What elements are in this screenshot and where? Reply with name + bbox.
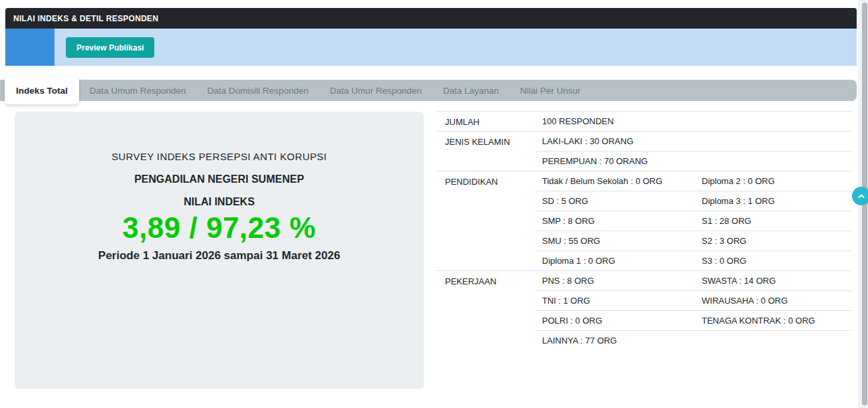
index-label: NILAI INDEKS <box>15 196 424 208</box>
row-value: LAINNYA : 77 ORG <box>535 331 695 351</box>
row-label: PEKERJAAN <box>436 271 535 351</box>
row-value: SWASTA : 14 ORG <box>695 271 851 291</box>
chevron-up-icon <box>857 191 866 201</box>
table-row: PENDIDIKAN Tidak / Belum Sekolah : 0 ORG… <box>436 171 851 191</box>
survey-period: Periode 1 Januari 2026 sampai 31 Maret 2… <box>15 249 424 262</box>
tab-data-umur-responden[interactable]: Data Umur Responden <box>319 80 432 101</box>
page-title: NILAI INDEKS & DETIL RESPONDEN <box>13 14 158 23</box>
row-value: PEREMPUAN : 70 ORANG <box>535 152 695 171</box>
tab-nilai-per-unsur[interactable]: Nilai Per Unsur <box>509 80 591 101</box>
row-value: SD : 5 ORG <box>535 191 695 211</box>
tab-data-umum-responden[interactable]: Data Umum Responden <box>79 80 197 101</box>
page-title-bar: NILAI INDEKS & DETIL RESPONDEN <box>5 8 857 29</box>
preview-publikasi-button[interactable]: Preview Publikasi <box>66 37 154 58</box>
respondents-table: JUMLAH 100 RESPONDEN JENIS KELAMIN LAKI-… <box>436 111 851 351</box>
row-value: WIRAUSAHA : 0 ORG <box>695 291 851 311</box>
tab-indeks-total[interactable]: Indeks Total <box>5 76 79 104</box>
table-row: JENIS KELAMIN LAKI-LAKI : 30 ORANG <box>436 132 851 152</box>
row-value: S3 : 0 ORG <box>695 251 851 271</box>
row-value: Diploma 2 : 0 ORG <box>695 171 851 191</box>
row-value: S1 : 28 ORG <box>695 211 851 231</box>
row-value: PNS : 8 ORG <box>535 271 695 291</box>
scroll-to-top-button[interactable] <box>852 187 868 205</box>
toolbar: Preview Publikasi <box>5 29 857 66</box>
tab-data-layanan[interactable]: Data Layanan <box>432 80 509 101</box>
row-value: LAKI-LAKI : 30 ORANG <box>535 132 695 152</box>
row-value: TENAGA KONTRAK : 0 ORG <box>695 311 851 331</box>
index-value: 3,89 / 97,23 % <box>15 211 424 245</box>
index-summary-panel: SURVEY INDEKS PERSEPSI ANTI KORUPSI PENG… <box>15 112 424 389</box>
row-value: POLRI : 0 ORG <box>535 311 695 331</box>
row-label: JENIS KELAMIN <box>436 132 535 171</box>
row-value: SMU : 55 ORG <box>535 231 695 251</box>
table-row: PEKERJAAN PNS : 8 ORG SWASTA : 14 ORG <box>436 271 851 291</box>
survey-title: SURVEY INDEKS PERSEPSI ANTI KORUPSI <box>15 151 424 162</box>
row-value: SMP : 8 ORG <box>535 211 695 231</box>
row-value: S2 : 3 ORG <box>695 231 851 251</box>
tab-bar: Indeks Total Data Umum Responden Data Do… <box>0 80 857 101</box>
row-label: PENDIDIKAN <box>436 171 535 271</box>
table-row: JUMLAH 100 RESPONDEN <box>436 112 851 132</box>
logo-block <box>5 29 55 66</box>
row-value: Diploma 1 : 0 ORG <box>535 251 695 271</box>
row-value: Diploma 3 : 1 ORG <box>695 191 851 211</box>
tab-data-domisili-responden[interactable]: Data Domisili Responden <box>197 80 319 101</box>
row-label: JUMLAH <box>436 112 535 132</box>
row-value: TNI : 1 ORG <box>535 291 695 311</box>
row-value: Tidak / Belum Sekolah : 0 ORG <box>535 171 695 191</box>
institution-name: PENGADILAN NEGERI SUMENEP <box>15 173 424 185</box>
row-value: 100 RESPONDEN <box>535 112 695 132</box>
